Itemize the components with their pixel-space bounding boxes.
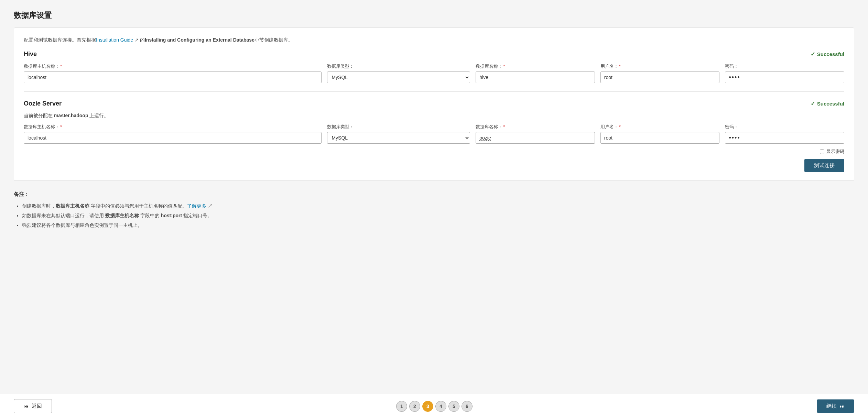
oozie-password-group: 密码： — [725, 124, 844, 144]
page-btn-5[interactable]: 5 — [448, 401, 459, 412]
desc-suffix: 的 — [140, 37, 145, 43]
oozie-dbtype-label: 数据库类型： — [327, 124, 470, 130]
oozie-dbname-group: 数据库名称：* — [476, 124, 595, 144]
page-btn-2[interactable]: 2 — [409, 401, 420, 412]
hive-section-title: Hive — [24, 51, 37, 58]
hive-host-group: 数据库主机名称：* — [24, 63, 322, 83]
installation-guide-link[interactable]: Installation Guide — [96, 37, 133, 43]
hive-dbname-label: 数据库名称：* — [476, 63, 595, 69]
oozie-status-badge: ✓ Successful — [811, 100, 844, 107]
hive-dbtype-select[interactable]: MySQL PostgreSQL Oracle SQL Server — [327, 72, 470, 83]
oozie-username-required: * — [619, 124, 621, 129]
hive-dbname-group: 数据库名称：* — [476, 63, 595, 83]
oozie-section-header: Oozie Server ✓ Successful — [24, 100, 844, 107]
note-item-2: 如数据库未在其默认端口运行，请使用 数据库主机名称 字段中的 host:port… — [22, 211, 854, 220]
hive-host-label: 数据库主机名称：* — [24, 63, 322, 69]
back-icon: ⏮ — [24, 403, 29, 409]
learn-more-link[interactable]: 了解更多 — [187, 203, 206, 209]
oozie-password-label: 密码： — [725, 124, 844, 130]
test-connection-row: 测试连接 — [24, 159, 844, 172]
section-divider — [24, 91, 844, 92]
oozie-dbtype-group: 数据库类型： MySQL PostgreSQL Oracle SQL Serve… — [327, 124, 470, 144]
oozie-form-row: 数据库主机名称：* 数据库类型： MySQL PostgreSQL Oracle… — [24, 124, 844, 144]
note-item-1: 创建数据库时，数据库主机名称 字段中的值必须与您用于主机名称的值匹配。了解更多 … — [22, 201, 854, 211]
hive-form-row: 数据库主机名称：* 数据库类型： MySQL PostgreSQL Oracle… — [24, 63, 844, 83]
continue-label: 继续 — [826, 403, 837, 409]
oozie-username-input[interactable] — [600, 132, 720, 144]
oozie-dbname-label: 数据库名称：* — [476, 124, 595, 130]
continue-icon: ⏭ — [839, 403, 845, 409]
oozie-section: Oozie Server ✓ Successful 当前被分配在 master.… — [24, 100, 844, 172]
footer: ⏮ 返回 1 2 3 4 5 6 继续 ⏭ — [0, 394, 868, 418]
hive-username-label: 用户名：* — [600, 63, 720, 69]
hive-username-required: * — [619, 64, 621, 69]
continue-button[interactable]: 继续 ⏭ — [817, 399, 854, 413]
pagination: 1 2 3 4 5 6 — [396, 401, 473, 412]
oozie-password-input[interactable] — [725, 132, 844, 144]
database-settings-card: 配置和测试数据库连接。首先根据Installation Guide ↗ 的Ins… — [14, 28, 854, 181]
page-btn-4[interactable]: 4 — [435, 401, 446, 412]
hive-password-input[interactable] — [725, 72, 844, 83]
oozie-dbname-input[interactable] — [476, 132, 595, 144]
hive-status-badge: ✓ Successful — [811, 51, 844, 57]
hive-status-text: Successful — [817, 51, 844, 57]
hive-host-required: * — [60, 64, 62, 69]
notes-section: 备注： 创建数据库时，数据库主机名称 字段中的值必须与您用于主机名称的值匹配。了… — [14, 188, 854, 237]
oozie-section-title: Oozie Server — [24, 100, 62, 107]
oozie-check-icon: ✓ — [811, 100, 815, 107]
notes-list: 创建数据库时，数据库主机名称 字段中的值必须与您用于主机名称的值匹配。了解更多 … — [14, 201, 854, 230]
hive-section: Hive ✓ Successful 数据库主机名称：* 数据库类型： MySQL — [24, 51, 844, 83]
back-button[interactable]: ⏮ 返回 — [14, 399, 52, 413]
page-btn-3[interactable]: 3 — [422, 401, 433, 412]
oozie-host-group: 数据库主机名称：* — [24, 124, 322, 144]
hive-dbname-required: * — [503, 64, 505, 69]
oozie-dbname-required: * — [503, 124, 505, 129]
hive-section-header: Hive ✓ Successful — [24, 51, 844, 58]
show-password-row: 显示密码 — [24, 148, 844, 155]
oozie-host-input[interactable] — [24, 132, 322, 144]
back-label: 返回 — [32, 403, 42, 409]
description-text: 配置和测试数据库连接。首先根据Installation Guide ↗ 的Ins… — [24, 36, 844, 44]
hive-dbname-input[interactable] — [476, 72, 595, 83]
oozie-status-text: Successful — [817, 101, 844, 107]
oozie-dbtype-select[interactable]: MySQL PostgreSQL Oracle SQL Server — [327, 132, 470, 144]
page-title: 数据库设置 — [14, 10, 854, 21]
hive-password-label: 密码： — [725, 63, 844, 69]
hive-check-icon: ✓ — [811, 51, 815, 57]
show-password-checkbox[interactable] — [820, 150, 824, 154]
oozie-host-note: 当前被分配在 master.hadoop 上运行。 — [24, 113, 844, 119]
hive-username-group: 用户名：* — [600, 63, 720, 83]
desc-end: 小节创建数据库。 — [254, 37, 293, 43]
oozie-host-label: 数据库主机名称：* — [24, 124, 322, 130]
hive-dbtype-label: 数据库类型： — [327, 63, 470, 69]
show-password-label[interactable]: 显示密码 — [826, 148, 844, 155]
desc-bold: Installing and Configuring an External D… — [145, 37, 254, 43]
test-connection-button[interactable]: 测试连接 — [804, 159, 844, 172]
hive-username-input[interactable] — [600, 72, 720, 83]
notes-title: 备注： — [14, 191, 854, 198]
oozie-username-label: 用户名：* — [600, 124, 720, 130]
page-btn-6[interactable]: 6 — [462, 401, 473, 412]
hive-dbtype-group: 数据库类型： MySQL PostgreSQL Oracle SQL Serve… — [327, 63, 470, 83]
hive-host-input[interactable] — [24, 72, 322, 83]
oozie-host-bold: master.hadoop — [54, 113, 88, 118]
page-btn-1[interactable]: 1 — [396, 401, 407, 412]
note-item-3: 强烈建议将各个数据库与相应角色实例置于同一主机上。 — [22, 220, 854, 230]
hive-password-group: 密码： — [725, 63, 844, 83]
oozie-username-group: 用户名：* — [600, 124, 720, 144]
oozie-host-required: * — [60, 124, 62, 129]
desc-prefix: 配置和测试数据库连接。首先根据 — [24, 37, 96, 43]
